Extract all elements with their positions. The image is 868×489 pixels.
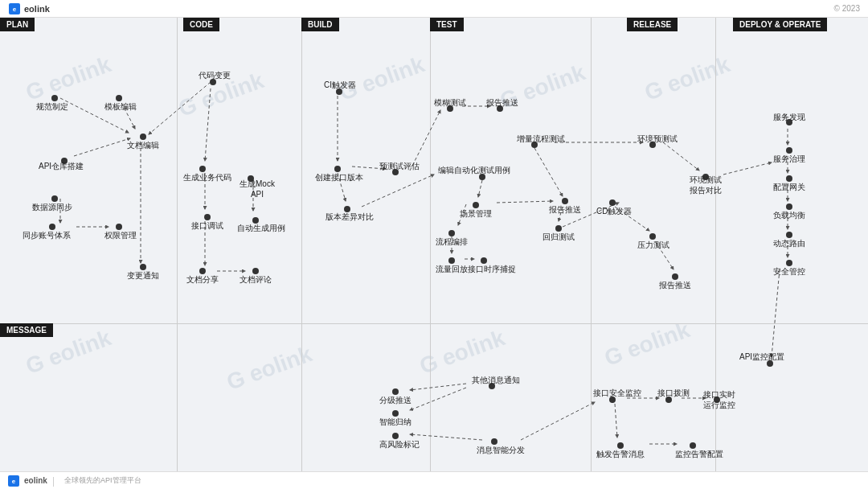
node-cdfaqi (609, 199, 616, 206)
label-plan: PLAN (0, 18, 35, 31)
node-shujuyuan (51, 195, 58, 202)
label-biangeng: 变更通知 (127, 270, 159, 281)
main-container: e eolink © 2023 G eolink G eolink G eoli… (0, 0, 868, 489)
divider-plan-code (177, 18, 178, 489)
label-chufagaojing: 触发告警消息 (596, 449, 645, 459)
label-tongbu: 同步账号体系 (23, 230, 71, 240)
svg-line-43 (410, 434, 482, 440)
label-mohuzce: 模糊测试 (434, 97, 466, 108)
node-shengchengyewu (199, 166, 206, 172)
label-qitaxiaoxi: 其他消息通知 (472, 375, 520, 385)
label-huanjingceshi: 环境测试报告对比 (690, 175, 722, 195)
label-shengchengyewu: 生成业务代码 (183, 172, 231, 183)
node-zhinenguina (392, 410, 399, 417)
label-apicangku: API仓库搭建 (39, 161, 84, 171)
label-jiekoutan: 接口拨测 (657, 388, 690, 398)
label-fuwuzhili: 服务治理 (773, 154, 805, 164)
svg-text:e: e (13, 6, 17, 13)
watermark-9: G eolink (601, 317, 694, 372)
hdivider-main (0, 323, 868, 324)
label-wendangbianji: 文档编辑 (127, 140, 159, 150)
label-gaofengxian: 高风险标记 (379, 439, 420, 450)
label-fenjituisong: 分级推送 (379, 395, 411, 405)
divider-release-deploy (715, 18, 716, 489)
label-baogaotuisong: 报告推送 (486, 97, 518, 108)
label-wendangfenxiang: 文档分享 (186, 274, 219, 285)
svg-line-10 (149, 82, 211, 134)
label-jiekouslsm: 接口实时运行监控 (703, 389, 735, 410)
footer-logo-icon: e (8, 475, 21, 487)
svg-line-22 (478, 180, 482, 197)
label-mubanbianji: 模板编辑 (104, 101, 137, 112)
node-guifanzhi (51, 95, 58, 101)
label-liulianghuidiao: 流量回放 (436, 264, 468, 274)
label-baogaotuisong2: 报告推送 (549, 204, 581, 215)
svg-line-34 (723, 162, 772, 175)
label-code: CODE (183, 18, 219, 31)
arrows-svg (0, 18, 868, 489)
label-jiekoushipu: 接口时序捕捉 (468, 264, 516, 274)
node-wendangpinglun (252, 268, 259, 274)
svg-line-26 (534, 148, 563, 196)
svg-line-11 (205, 88, 211, 161)
label-peizhi: 配置网关 (773, 182, 805, 192)
label-shujuyuan: 数据源同步 (32, 202, 72, 212)
divider-build-test (430, 18, 431, 489)
node-gaofengxian (392, 433, 399, 439)
label-message: MESSAGE (0, 323, 53, 337)
node-mubanbianji (116, 95, 122, 101)
label-chuangjianjiekou: 创建接口版本 (315, 172, 363, 183)
node-anquanjianko (786, 260, 792, 266)
label-yucefengu: 预测试评估 (379, 161, 420, 171)
node-wendangfenxiang (199, 268, 206, 274)
label-yaliceshi: 压力测试 (637, 240, 669, 250)
node-jiekoushipu (481, 257, 487, 264)
node-baogaotuisong2 (562, 198, 568, 204)
label-huanjingyu: 环境预测试 (637, 134, 678, 144)
label-test: TEST (430, 18, 464, 31)
node-dongtailuyou (786, 232, 792, 238)
svg-line-44 (521, 402, 595, 440)
label-daima: 代码变更 (199, 70, 231, 80)
footer-logo: eolink (24, 476, 47, 485)
label-fuzhejunheng: 负载均衡 (773, 210, 805, 220)
label-dongtailuyou: 动态路由 (773, 238, 805, 249)
label-zhinenguina: 智能归纳 (379, 417, 411, 427)
divider-test-release (591, 18, 592, 489)
logo-area: e eolink (8, 2, 50, 15)
label-cifaqi: CI触发器 (324, 80, 356, 90)
node-jiankbugaojing (690, 442, 696, 449)
node-biangeng (140, 264, 146, 270)
node-quanxian (116, 224, 122, 230)
diagram-area: G eolink G eolink G eolink G eolink G eo… (0, 18, 868, 489)
label-deploy: DEPLOY & OPERATE (733, 18, 827, 31)
label-banbencha: 版本差异对比 (326, 212, 374, 222)
node-huiguiceshi (555, 225, 562, 232)
svg-line-47 (615, 404, 617, 438)
svg-line-27 (497, 201, 553, 203)
label-fuwufaxian: 服务发现 (773, 112, 805, 122)
label-liuchengbianpai: 流程编排 (436, 236, 468, 247)
label-wendangpinglun: 文档评论 (240, 274, 272, 285)
svg-text:e: e (12, 478, 16, 485)
label-apijiankongjicheng: API监控配置 (739, 351, 784, 362)
label-baogaotuisong3: 报告推送 (659, 280, 691, 290)
label-bianjizidonghualicy: 编辑自动化测试用例 (438, 165, 510, 175)
label-changjingguanli: 场景管理 (460, 208, 492, 219)
footer-slogan: 全球领先的API管理平台 (64, 475, 141, 486)
watermark-1: G eolink (23, 51, 115, 106)
node-baogaotuisong3 (672, 273, 678, 280)
node-fuwuzhili (786, 147, 792, 154)
node-fenjituisong (392, 388, 399, 395)
node-xiaoxizhineng (491, 438, 497, 445)
label-release: RELEASE (627, 18, 678, 31)
node-liulianghuidiao (448, 257, 455, 264)
svg-line-6 (74, 138, 130, 156)
label-build: BUILD (301, 18, 339, 31)
label-cdfaqi: CD触发器 (596, 206, 632, 216)
svg-line-20 (362, 175, 434, 207)
watermark-5: G eolink (641, 51, 734, 106)
node-chuangjianjiekou (334, 166, 341, 172)
bottom-bar: e eolink | 全球领先的API管理平台 (0, 471, 868, 489)
copyright: © 2023 (834, 4, 860, 13)
